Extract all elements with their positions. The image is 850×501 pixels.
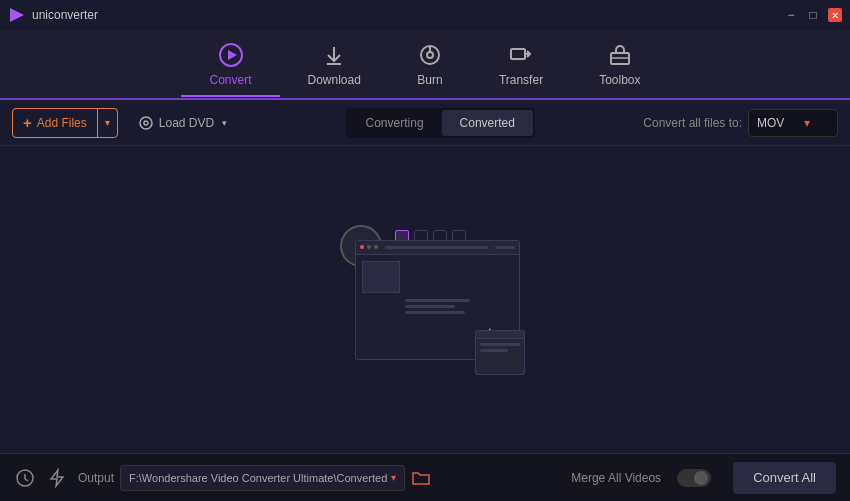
tab-group: Converting Converted bbox=[346, 108, 535, 138]
nav-convert-label: Convert bbox=[209, 73, 251, 87]
svg-marker-18 bbox=[51, 470, 63, 486]
folder-browse-button[interactable] bbox=[409, 466, 433, 490]
burn-icon bbox=[417, 42, 443, 68]
load-dvd-arrow[interactable]: ▾ bbox=[222, 118, 227, 128]
flash-icon[interactable] bbox=[46, 467, 68, 489]
merge-label: Merge All Videos bbox=[571, 471, 661, 485]
nav-item-transfer[interactable]: Transfer bbox=[471, 34, 571, 95]
app-name: uniconverter bbox=[32, 8, 98, 22]
minimize-button[interactable]: − bbox=[784, 8, 798, 22]
output-dropdown-arrow: ▾ bbox=[391, 472, 396, 483]
mock-window2 bbox=[475, 330, 525, 375]
add-files-button[interactable]: + Add Files ▾ bbox=[12, 108, 118, 138]
svg-marker-0 bbox=[10, 8, 24, 22]
tab-converted[interactable]: Converted bbox=[442, 110, 533, 136]
dvd-icon bbox=[138, 115, 154, 131]
maximize-button[interactable]: □ bbox=[806, 8, 820, 22]
nav-item-convert[interactable]: Convert bbox=[181, 34, 279, 95]
output-label: Output bbox=[78, 471, 114, 485]
format-select[interactable]: MOV ▾ bbox=[748, 109, 838, 137]
output-path[interactable]: F:\Wondershare Video Converter Ultimate\… bbox=[120, 465, 405, 491]
tab-converting[interactable]: Converting bbox=[348, 110, 442, 136]
nav-item-download[interactable]: Download bbox=[280, 34, 389, 95]
nav-download-label: Download bbox=[308, 73, 361, 87]
svg-point-13 bbox=[144, 121, 148, 125]
load-dvd-label: Load DVD bbox=[159, 116, 214, 130]
load-dvd-button[interactable]: Load DVD ▾ bbox=[128, 108, 237, 138]
main-content: + bbox=[0, 146, 850, 453]
app-logo-icon bbox=[8, 6, 26, 24]
nav-transfer-label: Transfer bbox=[499, 73, 543, 87]
output-section: Output F:\Wondershare Video Converter Ul… bbox=[78, 465, 433, 491]
toggle-knob bbox=[694, 471, 708, 485]
title-bar-controls: − □ ✕ bbox=[784, 8, 842, 22]
nav-burn-label: Burn bbox=[417, 73, 442, 87]
svg-point-6 bbox=[427, 52, 433, 58]
mock-thumbnail bbox=[362, 261, 400, 293]
nav-toolbox-label: Toolbox bbox=[599, 73, 640, 87]
download-icon bbox=[321, 42, 347, 68]
toolbox-icon bbox=[607, 42, 633, 68]
nav-bar: Convert Download Burn bbox=[0, 30, 850, 100]
close-button[interactable]: ✕ bbox=[828, 8, 842, 22]
transfer-icon bbox=[508, 42, 534, 68]
svg-line-17 bbox=[25, 479, 28, 481]
convert-icon bbox=[218, 42, 244, 68]
clock-icon[interactable] bbox=[14, 467, 36, 489]
mock-window-titlebar bbox=[356, 241, 519, 255]
format-value: MOV bbox=[757, 116, 784, 130]
format-dropdown-arrow: ▾ bbox=[804, 116, 810, 130]
nav-item-toolbox[interactable]: Toolbox bbox=[571, 34, 668, 95]
title-bar: uniconverter − □ ✕ bbox=[0, 0, 850, 30]
toolbar: + Add Files ▾ Load DVD ▾ Converting Conv… bbox=[0, 100, 850, 146]
title-bar-left: uniconverter bbox=[8, 6, 98, 24]
svg-point-12 bbox=[140, 117, 152, 129]
empty-state-illustration: + bbox=[325, 220, 525, 380]
svg-rect-8 bbox=[511, 49, 525, 59]
svg-marker-2 bbox=[228, 50, 237, 60]
nav-item-burn[interactable]: Burn bbox=[389, 34, 471, 95]
add-files-dropdown-arrow[interactable]: ▾ bbox=[97, 109, 117, 137]
add-icon: + bbox=[23, 114, 32, 131]
convert-all-button[interactable]: Convert All bbox=[733, 462, 836, 494]
bottom-bar: Output F:\Wondershare Video Converter Ul… bbox=[0, 453, 850, 501]
add-files-label: Add Files bbox=[37, 116, 87, 130]
convert-all-label: Convert all files to: bbox=[643, 116, 742, 130]
add-files-main[interactable]: + Add Files bbox=[13, 109, 97, 137]
merge-toggle[interactable] bbox=[677, 469, 711, 487]
